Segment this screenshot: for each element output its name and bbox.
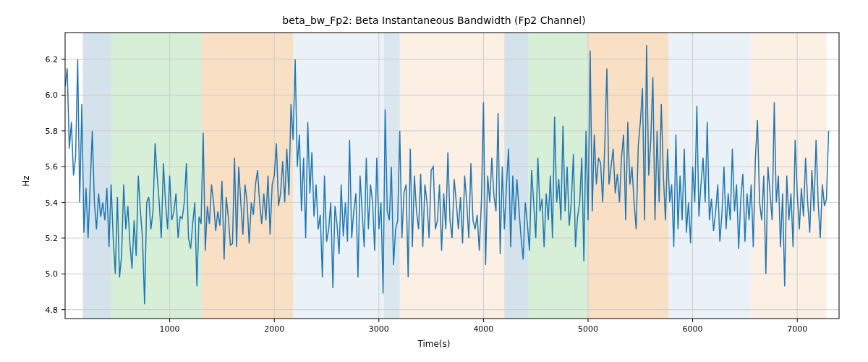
- ytick-label: 5.2: [46, 234, 59, 243]
- ytick-label: 5.0: [46, 269, 59, 279]
- ytick-label: 6.0: [46, 90, 59, 100]
- ytick-label: 6.2: [46, 55, 59, 64]
- bg-region: [400, 33, 505, 319]
- chart-svg: 10002000300040005000600070004.85.05.25.4…: [0, 0, 868, 362]
- ytick-label: 5.4: [46, 198, 59, 208]
- xtick-label: 6000: [683, 324, 703, 334]
- chart-container: beta_bw_Fp2: Beta Instantaneous Bandwidt…: [0, 0, 868, 362]
- ytick-label: 4.8: [46, 306, 59, 315]
- xtick-label: 3000: [369, 324, 389, 334]
- ytick-label: 5.6: [46, 162, 59, 172]
- bg-region: [668, 33, 751, 319]
- xtick-label: 1000: [160, 324, 180, 334]
- bg-region: [504, 33, 528, 319]
- bg-region: [202, 33, 293, 319]
- background-regions: [83, 33, 827, 319]
- xtick-label: 5000: [578, 324, 598, 334]
- ytick-label: 5.8: [46, 127, 59, 136]
- xtick-label: 7000: [787, 324, 807, 334]
- bg-region: [83, 33, 111, 319]
- xtick-label: 4000: [473, 324, 493, 334]
- xtick-label: 2000: [264, 324, 284, 334]
